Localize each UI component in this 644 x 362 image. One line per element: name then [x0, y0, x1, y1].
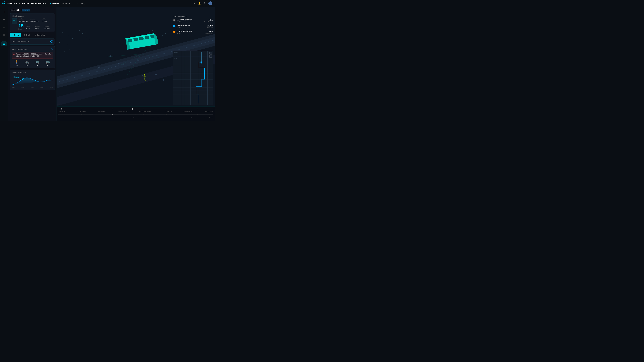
stats-icon: [3, 10, 5, 13]
svg-point-1: [4, 3, 5, 4]
nav-playback[interactable]: Playback: [62, 2, 72, 4]
map-container: Travel Information LUTUANJIAYUAN 16:00 4…: [57, 7, 215, 121]
stop-1: LUTUANJIAYUAN 16:00 4km Travel Distance: [173, 19, 213, 22]
svg-point-41: [81, 39, 81, 40]
mini-map-zoom-controls: + −: [209, 52, 212, 58]
longitude-item: Longitude 120.5661244°: [18, 18, 30, 22]
speed-chart-area: 30km/h: [12, 75, 53, 86]
svg-point-15: [13, 22, 14, 22]
sidebar-item-stats[interactable]: [2, 9, 6, 14]
svg-rect-19: [14, 20, 15, 21]
svg-rect-26: [35, 35, 36, 35]
stop-1-stat-value: 4km: [204, 19, 213, 21]
svg-point-44: [74, 32, 74, 32]
tab-instruction-label: Instruction: [37, 34, 45, 36]
station-beiqijia: BEIQIJIA: [189, 116, 194, 118]
zoom-in-button[interactable]: +: [209, 52, 212, 54]
stop-2-dot: [174, 25, 175, 26]
stop-2-stat: 21min Travel Time: [206, 24, 213, 28]
station-gouzitoucun: GOUZITOUCUN: [163, 111, 172, 112]
stop-1-name: LUTUANJIAYUAN: [177, 19, 203, 21]
time-2: 09:00: [31, 86, 34, 88]
latitude-value: 31.3970228°: [30, 20, 39, 22]
svg-rect-3: [4, 11, 4, 13]
svg-point-74: [150, 78, 150, 78]
power-icon: [50, 48, 53, 50]
longitude-value: 120.5661244°: [18, 20, 28, 22]
bell-icon[interactable]: 🔔: [198, 2, 201, 5]
station-dongsanqi: DONGSANQI: [80, 116, 86, 118]
sidebar-item-bus[interactable]: [2, 41, 6, 46]
svg-point-65: [168, 31, 168, 31]
speed-display: 15: [18, 23, 24, 28]
svg-point-42: [70, 50, 70, 50]
station-yingcaijie: YINGCAIJIE: [59, 111, 65, 112]
svg-point-149: [132, 108, 133, 110]
stop-2-stat-label: Travel Time: [206, 27, 213, 28]
zoom-out-button[interactable]: −: [209, 55, 212, 58]
svg-point-35: [72, 38, 73, 39]
stop-2-stat-value: 21min: [206, 24, 213, 27]
vehicle-name: BUS 533: [10, 8, 20, 11]
tab-instruction[interactable]: Instruction: [33, 33, 47, 37]
bicycle-count: 🚲 6: [25, 60, 29, 66]
stop-3: LINGSHANGCUN 16:12 56% Full Load Rate: [173, 30, 213, 34]
tab-route-label: Route: [14, 34, 19, 36]
interior-video-header: Interior Video Monitoring: [12, 40, 53, 43]
alert-icon: ⚠: [13, 53, 15, 55]
sidebar-item-layers[interactable]: [2, 25, 6, 30]
svg-point-16: [15, 22, 16, 22]
sidebar-item-location[interactable]: [2, 17, 6, 22]
tab-route[interactable]: Route: [10, 33, 21, 37]
svg-point-68: [106, 80, 107, 80]
sidebar-item-grid[interactable]: [2, 33, 6, 38]
timeline-track-bottom[interactable]: [58, 113, 213, 116]
stop-3-stat: 56% Full Load Rate: [205, 30, 213, 34]
travel-info-panel: Travel Information LUTUANJIAYUAN 16:00 4…: [173, 15, 213, 36]
timeline-track-top[interactable]: [58, 107, 213, 110]
vehicle-value: 1: [37, 64, 38, 66]
grid-icon[interactable]: ⊞: [193, 2, 196, 5]
svg-point-12: [4, 44, 5, 45]
svg-point-11: [3, 44, 4, 45]
app-title: REGION COLLABORATION PLATFORM: [8, 2, 46, 4]
mapbox-watermark: mapbox: [57, 104, 62, 106]
svg-point-21: [13, 35, 14, 35]
nav-simulating[interactable]: Simulating: [75, 2, 85, 4]
tab-track[interactable]: Track: [22, 33, 32, 37]
help-icon[interactable]: ?: [203, 2, 206, 5]
header: REGION COLLABORATION PLATFORM Real-time …: [0, 0, 215, 7]
interior-power-button[interactable]: [50, 40, 53, 43]
stop-2-icon: [173, 25, 176, 27]
svg-point-23: [24, 35, 25, 35]
svg-point-62: [165, 33, 166, 34]
blind-area-card: Blind Area Monitoring ⚠ Pedestrian(09882…: [10, 46, 55, 68]
layers-icon: [3, 26, 5, 29]
pedestrian-count: 🚶 12: [15, 60, 19, 66]
svg-point-45: [61, 37, 61, 38]
stop-3-dot: [174, 31, 175, 32]
blind-area-power-button[interactable]: [50, 48, 53, 50]
sidebar: [0, 7, 8, 121]
blind-area-header: Blind Area Monitoring: [12, 48, 53, 50]
svg-point-71: [128, 77, 128, 77]
nav-realtime[interactable]: Real-time: [50, 2, 59, 4]
stop-2-name: PENGLAIYUAN: [177, 24, 205, 26]
vehicle-badge: AQ0011: [22, 9, 30, 11]
svg-point-50: [83, 43, 84, 44]
stop-1-stat-label: Travel Distance: [204, 21, 213, 22]
time-axis: 08:00 08:30 09:00 09:30 10:00: [12, 86, 53, 88]
svg-point-53: [86, 37, 87, 38]
stop-3-name: LINGSHANGCUN: [177, 30, 203, 32]
alert-text: Pedestrian(098821649C2D) detected on the…: [16, 53, 52, 57]
svg-point-60: [160, 32, 160, 32]
alert-box: ⚠ Pedestrian(098821649C2D) detected on t…: [12, 52, 53, 59]
svg-point-67: [100, 77, 100, 77]
height-value: 22.95m: [42, 20, 47, 22]
avatar[interactable]: U: [208, 1, 212, 5]
station-dongerqicun: DONGERQICUN: [204, 116, 213, 118]
z-angle-label: Z Angle: [44, 26, 53, 27]
travel-info-title: Travel Information: [173, 15, 213, 17]
detection-icons: 🚶 12 🚲 6 🚌 1 🚌 0: [12, 60, 53, 66]
coords-grid: Longitude 120.5661244° Latitude 31.39702…: [18, 18, 53, 22]
